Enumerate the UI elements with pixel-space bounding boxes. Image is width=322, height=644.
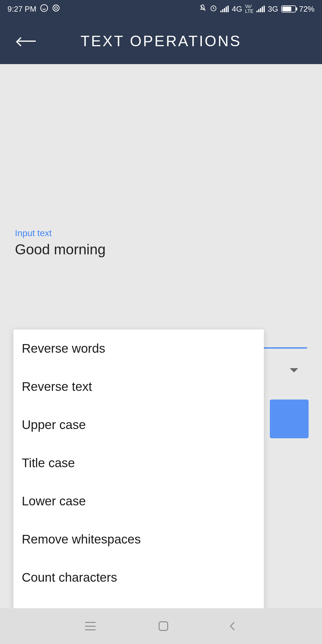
dropdown-item-reverse-words[interactable]: Reverse words	[13, 329, 264, 368]
battery-icon	[281, 5, 296, 13]
battery-percent: 72%	[299, 4, 315, 14]
volte-label: Vo⁾LTE	[245, 4, 253, 14]
input-text-field[interactable]: Good morning	[15, 241, 307, 258]
network-3g-label: 3G	[268, 4, 278, 14]
page-title: TEXT OPERATIONS	[18, 32, 304, 50]
chevron-down-icon[interactable]	[290, 368, 298, 372]
network-4g-label: 4G	[232, 4, 242, 14]
sync-icon	[52, 4, 60, 14]
home-button[interactable]	[159, 621, 168, 631]
svg-point-0	[41, 4, 47, 11]
svg-point-2	[55, 7, 57, 9]
recent-apps-button[interactable]	[85, 622, 96, 630]
dropdown-item-remove-whitespaces[interactable]: Remove whitespaces	[13, 520, 264, 558]
dropdown-item-count-characters[interactable]: Count characters	[13, 558, 264, 597]
back-arrow-icon[interactable]	[18, 41, 36, 42]
action-button[interactable]	[270, 400, 309, 438]
dropdown-item-reverse-text[interactable]: Reverse text	[13, 368, 264, 406]
signal-bars-icon-2	[256, 6, 265, 12]
whatsapp-icon	[40, 4, 48, 14]
svg-point-1	[53, 5, 59, 11]
dropdown-item-upper-case[interactable]: Upper case	[13, 406, 264, 444]
status-right: 4G Vo⁾LTE 3G 72%	[199, 4, 315, 14]
dropdown-item-title-case[interactable]: Title case	[13, 444, 264, 482]
dropdown-item-lower-case[interactable]: Lower case	[13, 482, 264, 520]
svg-line-3	[200, 5, 205, 10]
navigation-bar	[0, 608, 322, 644]
back-button[interactable]	[230, 622, 238, 630]
status-bar: 9:27 PM	[0, 0, 322, 18]
mute-icon	[199, 4, 207, 14]
content-area: Input text Good morning Reverse words Re…	[0, 64, 322, 273]
signal-bars-icon	[220, 6, 229, 12]
app-bar: TEXT OPERATIONS	[0, 18, 322, 64]
status-left: 9:27 PM	[7, 4, 60, 14]
operations-dropdown-menu: Reverse words Reverse text Upper case Ti…	[13, 329, 264, 635]
status-time: 9:27 PM	[7, 4, 36, 14]
input-label: Input text	[15, 228, 307, 238]
alarm-icon	[210, 4, 217, 14]
